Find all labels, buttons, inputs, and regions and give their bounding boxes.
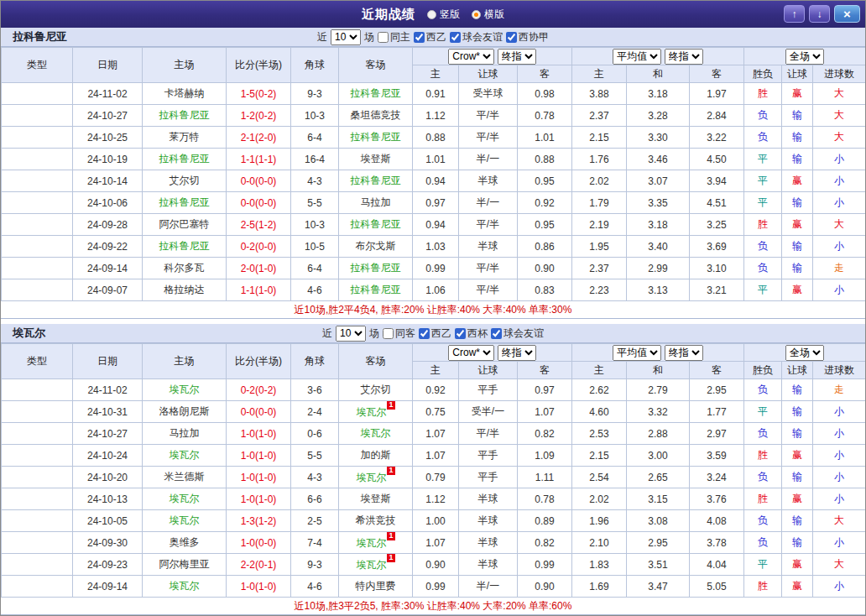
- corner-score: 4-6: [291, 279, 339, 301]
- odds-handicap: 半/一: [459, 576, 518, 598]
- col-odds-away: 客: [518, 65, 572, 83]
- avg-time-select[interactable]: 终指: [665, 345, 703, 361]
- corner-score: 4-3: [291, 170, 339, 192]
- scroll-down-button[interactable]: ↓: [809, 5, 830, 23]
- xiyi-checkbox[interactable]: [419, 328, 430, 339]
- handicap-result-cell: 输: [782, 236, 813, 258]
- summary-line: 近10场,胜2平4负4, 胜率:20% 让胜率:40% 大率:40% 单率:30…: [1, 301, 865, 319]
- result-cell: 胜: [744, 488, 782, 510]
- team-name: 拉科鲁尼亚: [13, 29, 67, 44]
- match-date: 24-09-14: [73, 258, 143, 279]
- match-date: 24-09-23: [73, 554, 143, 576]
- result-cell: 平: [744, 192, 782, 214]
- odds-company-select[interactable]: Crow*: [448, 345, 494, 361]
- friendly-checkbox[interactable]: [491, 328, 502, 339]
- corner-score: 7-4: [291, 532, 339, 554]
- home-team: 埃瓦尔: [143, 510, 227, 532]
- scroll-up-button[interactable]: ↑: [784, 5, 805, 23]
- match-row: 西乙24-09-07格拉纳达1-1(1-0)4-6拉科鲁尼亚1.06平/半0.8…: [2, 279, 866, 301]
- avg-select[interactable]: 平均值: [613, 345, 661, 361]
- filter-games-label: 场: [369, 326, 379, 341]
- odds-handicap: 半球: [459, 532, 518, 554]
- avg-home: 2.19: [572, 214, 627, 236]
- match-score: 1-0(1-0): [227, 488, 291, 510]
- avg-draw: 2.65: [627, 467, 690, 488]
- same-away-checkbox[interactable]: [383, 328, 394, 339]
- friendly-checkbox[interactable]: [450, 32, 461, 43]
- filter-club-friendly[interactable]: 球会友谊: [450, 30, 503, 44]
- col-type: 类型: [2, 344, 73, 379]
- filter-xixiejia[interactable]: 西协甲: [506, 30, 549, 44]
- avg-odds-header: 平均值 终指: [572, 344, 744, 362]
- xibei-checkbox[interactable]: [455, 328, 466, 339]
- avg-select[interactable]: 平均值: [613, 49, 661, 65]
- league-type-cell: 西乙: [2, 576, 73, 598]
- odds-company-header: Crow* 终指: [413, 344, 572, 362]
- view-vertical-option[interactable]: 竖版: [427, 8, 460, 22]
- filter-same-home[interactable]: 同主: [378, 30, 410, 44]
- home-team: 科尔多瓦: [143, 258, 227, 279]
- match-row: 西乙24-10-24埃瓦尔1-0(1-0)5-5加的斯1.07平手1.092.1…: [2, 445, 866, 467]
- away-team: 加的斯: [339, 445, 413, 467]
- filter-league-xiyi[interactable]: 西乙: [419, 326, 451, 341]
- filter-league-xiyi[interactable]: 西乙: [414, 30, 446, 44]
- odds-handicap: 半/一: [459, 149, 518, 170]
- odds-company-select[interactable]: Crow*: [448, 49, 494, 65]
- avg-away: 4.51: [690, 192, 744, 214]
- match-row: 西乙24-09-30奥维多1-0(0-0)7-4埃瓦尔11.07半球0.822.…: [2, 532, 866, 554]
- odds-away: 1.07: [518, 401, 572, 423]
- checkbox-label: 西乙: [431, 326, 451, 341]
- avg-home: 2.54: [572, 467, 627, 488]
- avg-away: 2.95: [690, 379, 744, 401]
- col-avg-away: 客: [690, 65, 744, 83]
- odds-handicap: 受半/一: [459, 401, 518, 423]
- odds-time-select[interactable]: 终指: [498, 49, 536, 65]
- odds-handicap: 平/半: [459, 423, 518, 445]
- handicap-result-cell: 赢: [782, 576, 813, 598]
- red-card-badge: 1: [387, 532, 394, 540]
- away-team: 埃瓦尔1: [339, 554, 413, 576]
- avg-home: 1.96: [572, 510, 627, 532]
- avg-draw: 2.88: [627, 423, 690, 445]
- match-count-select[interactable]: 10: [336, 326, 366, 342]
- home-team: 奥维多: [143, 532, 227, 554]
- radio-icon[interactable]: [472, 10, 481, 19]
- section-header: 拉科鲁尼亚 近 10 场 同主 西乙 球会友谊: [1, 28, 865, 47]
- same-home-checkbox[interactable]: [378, 32, 389, 43]
- avg-home: 1.79: [572, 192, 627, 214]
- odds-away: 0.86: [518, 236, 572, 258]
- scope-select[interactable]: 全场: [785, 345, 824, 361]
- match-score: 2-1(2-0): [227, 127, 291, 149]
- league-type-cell: 西乙: [2, 236, 73, 258]
- handicap-result-cell: 输: [782, 192, 813, 214]
- avg-home: 1.95: [572, 236, 627, 258]
- league-type-cell: 西乙: [2, 170, 73, 192]
- radio-icon[interactable]: [427, 10, 436, 19]
- avg-draw: 3.32: [627, 401, 690, 423]
- filter-same-away[interactable]: 同客: [383, 326, 415, 341]
- filter-club-friendly[interactable]: 球会友谊: [491, 326, 544, 341]
- match-count-select[interactable]: 10: [331, 29, 361, 45]
- odds-time-select[interactable]: 终指: [498, 345, 536, 361]
- avg-home: 2.10: [572, 532, 627, 554]
- avg-time-select[interactable]: 终指: [665, 49, 703, 65]
- result-cell: 胜: [744, 83, 782, 105]
- col-avg-away: 客: [690, 362, 744, 379]
- odds-home: 1.00: [413, 510, 459, 532]
- league-type-cell: 西乙: [2, 532, 73, 554]
- xiyi-checkbox[interactable]: [414, 32, 425, 43]
- checkbox-label: 同主: [390, 30, 410, 44]
- match-score: 0-2(0-2): [227, 379, 291, 401]
- results-table: 类型 日期 主场 比分(半场) 角球 客场 Crow* 终指 平均值 终指: [1, 47, 866, 301]
- match-date: 24-10-20: [73, 467, 143, 488]
- handicap-result-cell: 赢: [782, 554, 813, 576]
- away-team: 布尔戈斯: [339, 236, 413, 258]
- match-date: 24-10-06: [73, 192, 143, 214]
- xixiejia-checkbox[interactable]: [506, 32, 517, 43]
- filter-cup-xibei[interactable]: 西杯: [455, 326, 488, 341]
- match-score: 2-2(0-1): [227, 554, 291, 576]
- view-horizontal-option[interactable]: 横版: [472, 8, 504, 22]
- goals-cell: 小: [813, 170, 866, 192]
- close-button[interactable]: ×: [834, 5, 860, 23]
- scope-select[interactable]: 全场: [785, 49, 824, 65]
